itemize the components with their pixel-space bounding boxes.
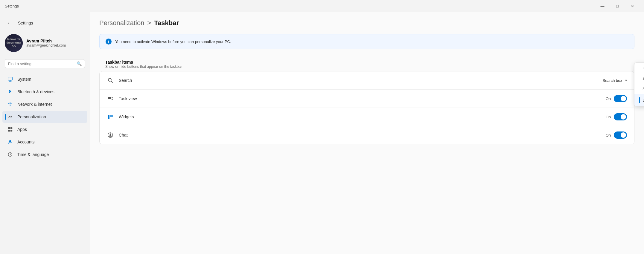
dropdown-item-search-box[interactable]: Search box: [634, 94, 644, 106]
svg-rect-7: [8, 130, 10, 131]
user-info: Avram Piltch avram@geekinchief.com: [26, 39, 66, 48]
find-setting-search-icon: 🔍: [77, 61, 82, 66]
search-current-value[interactable]: Search box: [602, 78, 622, 83]
section-header: Taskbar items Show or hide buttons that …: [99, 55, 634, 71]
avatar-image: lenovo for those WHO DO: [5, 34, 23, 52]
sidebar-item-label-personalization: Personalization: [17, 114, 46, 119]
widgets-control: On: [606, 113, 627, 120]
breadcrumb-parent[interactable]: Personalization: [99, 19, 144, 27]
search-row-label: Search: [119, 78, 602, 83]
svg-rect-5: [8, 127, 10, 129]
activation-text: You need to activate Windows before you …: [115, 39, 231, 44]
sidebar-item-label-system: System: [17, 77, 31, 82]
bluetooth-icon: [7, 89, 13, 95]
task-view-row: Task view On: [100, 90, 634, 108]
widgets-on-label: On: [606, 115, 611, 119]
apps-icon: [7, 126, 13, 132]
widgets-row: Widgets On: [100, 108, 634, 126]
chat-on-label: On: [606, 133, 611, 137]
sidebar-item-label-network: Network & internet: [17, 102, 52, 107]
svg-rect-2: [9, 81, 12, 81]
maximize-button[interactable]: □: [610, 1, 624, 11]
svg-rect-6: [10, 127, 12, 129]
svg-line-12: [10, 154, 11, 155]
user-profile: lenovo for those WHO DO Avram Piltch avr…: [0, 32, 90, 57]
breadcrumb-separator: >: [147, 19, 151, 27]
personalization-icon: [7, 114, 13, 120]
svg-rect-19: [110, 115, 113, 117]
find-setting-input[interactable]: [8, 62, 74, 66]
task-view-on-label: On: [606, 97, 611, 101]
app-body: ← Settings lenovo for those WHO DO Avram…: [0, 12, 644, 254]
search-row-icon: [107, 77, 114, 84]
system-icon: [7, 76, 13, 82]
time-icon: [7, 152, 13, 157]
svg-rect-16: [112, 97, 113, 98]
user-name: Avram Piltch: [26, 39, 66, 43]
svg-point-9: [9, 140, 11, 142]
selected-indicator: [639, 97, 640, 103]
find-setting-box[interactable]: 🔍: [5, 59, 85, 68]
avatar: lenovo for those WHO DO: [5, 34, 23, 52]
sidebar-item-label-time: Time & language: [17, 152, 49, 157]
minimize-button[interactable]: —: [596, 1, 609, 11]
sidebar-item-time[interactable]: Time & language: [2, 149, 87, 160]
sidebar-item-bluetooth[interactable]: Bluetooth & devices: [2, 86, 87, 98]
sidebar-item-accounts[interactable]: Accounts: [2, 136, 87, 148]
chevron-down-icon[interactable]: ▾: [625, 78, 627, 82]
svg-point-20: [108, 133, 113, 137]
section-title: Taskbar items: [105, 60, 628, 65]
search-dropdown-menu: Hide Search icon only Search icon and la…: [634, 62, 644, 106]
sidebar-item-apps[interactable]: Apps: [2, 123, 87, 135]
widgets-toggle[interactable]: [614, 113, 627, 120]
sidebar-item-network[interactable]: Network & internet: [2, 98, 87, 110]
chat-toggle[interactable]: [614, 131, 627, 139]
title-bar: Settings — □ ✕: [0, 0, 644, 12]
avatar-text: lenovo for those WHO DO: [5, 38, 23, 48]
section-subtitle: Show or hide buttons that appear on the …: [105, 65, 628, 69]
sidebar-item-system[interactable]: System: [2, 73, 87, 85]
widgets-label: Widgets: [119, 114, 606, 119]
svg-rect-17: [112, 99, 113, 100]
sidebar-header: ← Settings: [0, 17, 90, 32]
svg-rect-8: [10, 130, 12, 131]
svg-rect-1: [9, 81, 11, 81]
sidebar-item-label-accounts: Accounts: [17, 140, 35, 144]
task-view-control: On: [606, 95, 627, 102]
chat-control: On: [606, 131, 627, 139]
main-content: Personalization > Taskbar i You need to …: [90, 12, 644, 254]
active-indicator: [5, 114, 6, 120]
svg-rect-15: [108, 97, 111, 99]
sidebar: ← Settings lenovo for those WHO DO Avram…: [0, 12, 90, 254]
sidebar-item-personalization[interactable]: Personalization: [2, 111, 87, 123]
settings-card: Search Search box ▾ Hide Search icon onl…: [99, 71, 634, 144]
dropdown-item-icon-only[interactable]: Search icon only: [634, 73, 644, 84]
chat-row: Chat On: [100, 126, 634, 144]
sidebar-item-label-bluetooth: Bluetooth & devices: [17, 89, 54, 94]
info-icon: i: [106, 39, 112, 45]
sidebar-item-label-apps: Apps: [17, 127, 27, 132]
chat-icon: [107, 131, 114, 139]
task-view-label: Task view: [119, 96, 606, 101]
dropdown-item-hide[interactable]: Hide: [634, 63, 644, 73]
accounts-icon: [7, 139, 13, 145]
svg-line-14: [111, 81, 112, 82]
chat-label: Chat: [119, 133, 606, 137]
sidebar-app-title: Settings: [18, 21, 33, 25]
dropdown-item-icon-label[interactable]: Search icon and label: [634, 84, 644, 94]
widgets-icon: [107, 113, 114, 120]
user-email: avram@geekinchief.com: [26, 43, 66, 48]
task-view-icon: [107, 95, 114, 102]
activation-banner: i You need to activate Windows before yo…: [99, 34, 634, 49]
window-controls: — □ ✕: [596, 1, 639, 11]
app-title: Settings: [5, 4, 596, 8]
back-button[interactable]: ←: [5, 19, 14, 27]
search-row-control: Search box ▾: [602, 78, 627, 83]
svg-rect-18: [108, 115, 109, 119]
breadcrumb-current: Taskbar: [154, 19, 179, 27]
close-button[interactable]: ✕: [625, 1, 639, 11]
breadcrumb: Personalization > Taskbar: [99, 19, 634, 27]
search-row: Search Search box ▾ Hide Search icon onl…: [100, 71, 634, 90]
network-icon: [7, 101, 13, 107]
task-view-toggle[interactable]: [614, 95, 627, 102]
